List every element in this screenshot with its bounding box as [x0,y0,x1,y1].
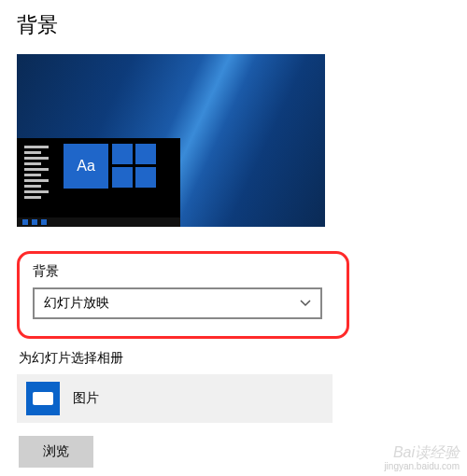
browse-button[interactable]: 浏览 [19,436,93,468]
tile [135,144,156,164]
chevron-down-icon [300,298,311,309]
background-select-value: 幻灯片放映 [44,295,109,312]
pictures-folder-icon [26,382,60,415]
start-menu-list [24,144,56,210]
start-tiles: Aa [64,144,156,210]
taskbar-preview [17,217,180,227]
watermark-brand: Bai读经验 [384,443,460,461]
accent-tile: Aa [64,144,108,189]
page-title: 背景 [17,11,450,39]
background-dropdown-section: 背景 幻灯片放映 [17,251,349,339]
start-menu-preview: Aa [17,138,180,227]
tile [112,167,133,188]
watermark: Bai读经验 jingyan.baidu.com [384,443,460,472]
album-folder-name: 图片 [73,390,99,407]
album-section-label: 为幻灯片选择相册 [19,350,450,367]
background-label: 背景 [33,263,333,280]
tile [112,144,133,164]
background-select[interactable]: 幻灯片放映 [33,287,322,319]
tile [135,167,156,188]
album-folder-row[interactable]: 图片 [17,374,333,423]
background-preview: Aa [17,54,325,227]
watermark-url: jingyan.baidu.com [384,461,460,472]
